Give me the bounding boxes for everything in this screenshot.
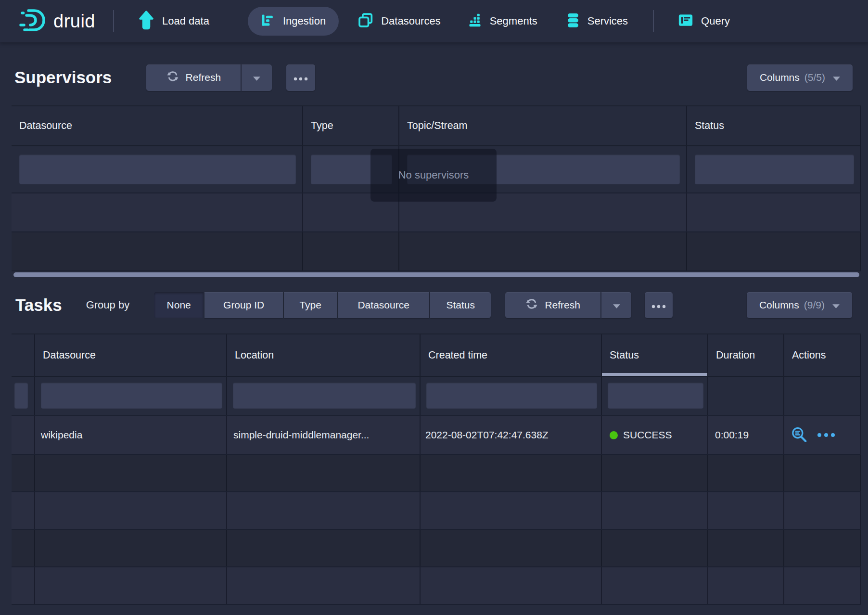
column-header-location[interactable]: Location	[227, 334, 421, 376]
task-actions-more-button[interactable]	[817, 433, 835, 437]
task-row-wikipedia: wikipedia simple-druid-middlemanager... …	[12, 416, 861, 455]
column-header-topic-stream[interactable]: Topic/Stream	[399, 106, 687, 145]
filter-input-status[interactable]	[695, 154, 854, 184]
group-by-none-button[interactable]: None	[154, 292, 204, 318]
datasources-icon	[358, 13, 373, 30]
upload-icon	[138, 11, 154, 32]
nav-item-ingestion[interactable]: Ingestion	[248, 7, 339, 36]
nav-item-services[interactable]: Services	[566, 0, 628, 42]
nav-item-segments[interactable]: Segments	[468, 0, 537, 42]
tasks-refresh-caret-button[interactable]	[601, 292, 631, 318]
column-header-created-time[interactable]: Created time	[421, 334, 602, 376]
more-icon	[294, 72, 308, 83]
group-by-group-id-button[interactable]: Group ID	[204, 292, 283, 318]
filter-input-status[interactable]	[608, 383, 703, 409]
nav-divider	[653, 10, 654, 32]
table-row-empty	[12, 530, 861, 567]
tasks-refresh-button[interactable]: Refresh	[505, 292, 600, 318]
refresh-label: Refresh	[186, 72, 221, 83]
tasks-columns-button[interactable]: Columns (9/9)	[747, 292, 852, 318]
filter-input-datasource[interactable]	[41, 383, 222, 409]
group-by-status-button[interactable]: Status	[430, 292, 491, 318]
caret-down-icon	[253, 72, 260, 83]
cell-datasource: wikipedia	[35, 416, 227, 454]
refresh-label: Refresh	[545, 299, 580, 311]
column-header-datasource[interactable]: Datasource	[12, 106, 303, 145]
column-header-datasource[interactable]: Datasource	[35, 334, 227, 376]
column-header-collapsed[interactable]	[12, 334, 35, 376]
table-row-empty	[12, 567, 861, 605]
columns-count: (9/9)	[804, 299, 825, 311]
nav-item-load-data[interactable]: Load data	[138, 0, 209, 42]
cell-duration: 0:00:19	[708, 416, 784, 454]
empty-message: No supervisors	[398, 169, 469, 181]
no-supervisors-overlay: No supervisors	[370, 149, 497, 202]
column-header-type[interactable]: Type	[303, 106, 399, 145]
caret-down-icon	[833, 72, 840, 83]
nav-divider	[113, 10, 114, 32]
tasks-refresh-split: Refresh	[505, 292, 631, 318]
segments-icon	[468, 13, 482, 29]
group-by-type-button[interactable]: Type	[284, 292, 337, 318]
tasks-table-header: Datasource Location Created time Status …	[12, 334, 861, 377]
services-icon	[566, 13, 580, 30]
caret-down-icon	[613, 299, 620, 311]
caret-down-icon	[832, 299, 840, 311]
column-header-status[interactable]: Status	[602, 334, 708, 376]
refresh-icon	[525, 298, 538, 312]
supervisors-refresh-button[interactable]: Refresh	[146, 64, 241, 91]
horizontal-scrollbar-thumb[interactable]	[13, 272, 859, 277]
druid-logo[interactable]: druid	[19, 8, 95, 34]
filter-input-location[interactable]	[233, 383, 416, 409]
supervisors-columns-button[interactable]: Columns (5/5)	[747, 64, 853, 91]
supervisors-toolbar: Supervisors Refresh	[0, 64, 868, 91]
table-row-empty	[12, 232, 861, 271]
druid-logo-icon	[19, 8, 47, 34]
logo-wordmark: druid	[53, 11, 95, 32]
nav-item-query[interactable]: Query	[678, 0, 730, 42]
supervisors-refresh-caret-button[interactable]	[242, 64, 272, 91]
cell-created-time: 2022-08-02T07:42:47.638Z	[421, 416, 602, 454]
column-header-actions[interactable]: Actions	[784, 334, 861, 376]
query-icon	[678, 13, 693, 29]
ingestion-icon	[261, 13, 275, 29]
tasks-title: Tasks	[15, 295, 62, 315]
status-success-dot	[610, 431, 618, 439]
column-header-status[interactable]: Status	[687, 106, 861, 145]
table-row-empty	[12, 455, 861, 492]
column-header-duration[interactable]: Duration	[708, 334, 784, 376]
columns-label: Columns	[760, 72, 800, 83]
tasks-more-button[interactable]	[645, 292, 673, 318]
filter-input-datasource[interactable]	[19, 154, 296, 184]
filter-input-collapsed[interactable]	[14, 383, 28, 409]
more-icon	[651, 299, 666, 311]
druid-console: druid Load data	[0, 0, 868, 615]
supervisors-title: Supervisors	[14, 68, 112, 87]
columns-label: Columns	[759, 299, 799, 311]
refresh-icon	[166, 70, 179, 85]
supervisors-table: Datasource Type Topic/Stream Status No s…	[12, 105, 861, 271]
cell-status: SUCCESS	[602, 416, 708, 454]
sort-indicator	[602, 373, 707, 376]
tasks-table: Datasource Location Created time Status …	[12, 333, 861, 605]
group-by-segmented-control: None Group ID Type Datasource Status	[154, 292, 491, 318]
tasks-toolbar: Tasks Group by None Group ID Type Dataso…	[0, 292, 868, 318]
supervisors-refresh-split: Refresh	[146, 64, 272, 91]
top-navbar: druid Load data	[0, 0, 868, 42]
cell-location: simple-druid-middlemanager...	[227, 416, 421, 454]
cell-actions	[784, 416, 861, 454]
group-by-label: Group by	[86, 299, 130, 311]
task-details-button[interactable]	[791, 426, 808, 444]
tasks-filter-row	[12, 377, 861, 416]
nav-item-datasources[interactable]: Datasources	[358, 0, 441, 42]
columns-count: (5/5)	[804, 72, 825, 83]
table-row-empty	[12, 492, 861, 530]
group-by-datasource-button[interactable]: Datasource	[338, 292, 429, 318]
supervisors-more-button[interactable]	[286, 64, 315, 91]
filter-input-created-time[interactable]	[426, 383, 597, 409]
status-text: SUCCESS	[623, 429, 672, 441]
supervisors-table-header: Datasource Type Topic/Stream Status	[12, 106, 861, 146]
